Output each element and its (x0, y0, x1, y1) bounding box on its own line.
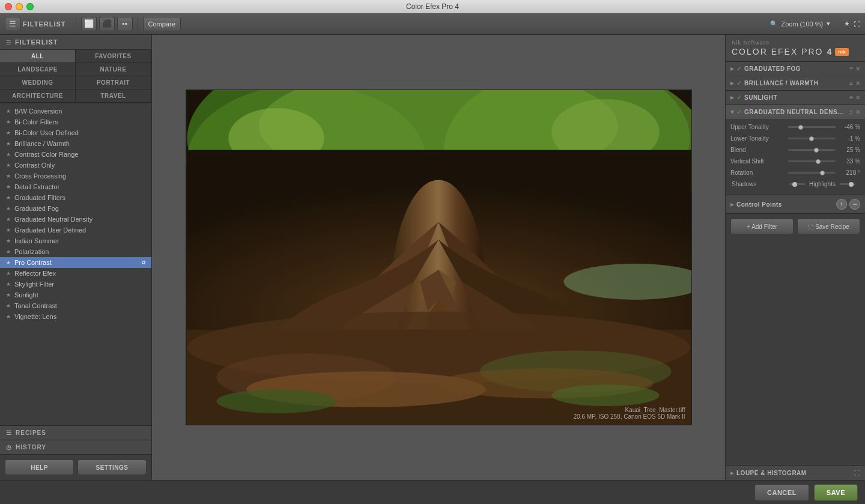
graduated-neutral-header[interactable]: ▶ ✓ GRADUATED NEUTRAL DENS... ≡ ✕ (726, 105, 865, 119)
selected-icon: ⧉ (142, 260, 145, 266)
close-button[interactable] (5, 3, 12, 10)
brilliance-header[interactable]: ▶ ✓ BRILLIANCE / WARMTH ≡ ✕ (726, 76, 865, 90)
filter-detail-extractor[interactable]: ★ Detail Extractor (0, 181, 151, 192)
section-name: GRADUATED NEUTRAL DENS... (744, 109, 847, 115)
image-info: Kauai_Tree_Master.tiff 20.6 MP, ISO 250,… (573, 407, 685, 420)
filter-cross-processing[interactable]: ★ Cross Processing (0, 171, 151, 181)
loupe-header[interactable]: ▶ LOUPE & HISTOGRAM ⛶ (726, 466, 865, 480)
filter-indian-summer[interactable]: ★ Indian Summer (0, 235, 151, 246)
delete-icon[interactable]: ✕ (855, 94, 860, 101)
vertical-shift-slider[interactable] (788, 160, 836, 162)
rotation-slider[interactable] (788, 172, 836, 174)
minimize-button[interactable] (16, 3, 23, 10)
help-button[interactable]: HELP (5, 460, 74, 475)
star-icon: ★ (6, 238, 11, 244)
save-recipe-button[interactable]: ⬚ Save Recipe (797, 219, 860, 234)
star-icon: ★ (6, 184, 11, 190)
control-points-header[interactable]: ▶ Control Points + − (726, 195, 865, 213)
image-container: Kauai_Tree_Master.tiff 20.6 MP, ISO 250,… (186, 90, 692, 425)
filter-contrast-only[interactable]: ★ Contrast Only (0, 160, 151, 171)
filterlist-label: FILTERLIST (23, 20, 66, 28)
filter-tabs: ALL FAVORITES LANDSCAPE NATURE WEDDING P… (0, 50, 151, 103)
reorder-icon[interactable]: ≡ (849, 80, 853, 87)
filter-tonal-contrast[interactable]: ★ Tonal Contrast (0, 300, 151, 311)
filter-bicolor-filters[interactable]: ★ Bi-Color Filters (0, 117, 151, 127)
delete-icon[interactable]: ✕ (855, 109, 860, 115)
add-filter-button[interactable]: + Add Filter (730, 219, 794, 234)
cancel-button[interactable]: CANCEL (754, 484, 809, 501)
photo-canvas: Kauai_Tree_Master.tiff 20.6 MP, ISO 250,… (186, 90, 692, 425)
filter-graduated-fog[interactable]: ★ Graduated Fog (0, 203, 151, 214)
filter-contrast-color[interactable]: ★ Contrast Color Range (0, 149, 151, 160)
photo-svg (186, 90, 691, 425)
filter-pro-contrast[interactable]: ★ Pro Contrast ⧉ (0, 257, 151, 268)
window-controls[interactable] (5, 3, 34, 10)
reorder-icon[interactable]: ≡ (849, 109, 853, 115)
delete-icon[interactable]: ✕ (855, 65, 860, 72)
zoom-label: Zoom (100 %) (781, 20, 823, 28)
recipes-section[interactable]: ☰ RECIPES (0, 426, 151, 440)
filter-graduated-neutral[interactable]: ★ Graduated Neutral Density (0, 214, 151, 225)
filter-polarization[interactable]: ★ Polarization (0, 246, 151, 257)
expand-icon: ▶ (730, 111, 735, 114)
compare-button[interactable]: Compare (143, 17, 181, 31)
history-section[interactable]: ◷ HISTORY (0, 440, 151, 455)
filter-graduated-filters[interactable]: ★ Graduated Filters (0, 192, 151, 203)
tab-landscape[interactable]: LANDSCAPE (0, 63, 76, 76)
upper-tonality-slider[interactable] (788, 126, 836, 128)
graduated-neutral-section: ▶ ✓ GRADUATED NEUTRAL DENS... ≡ ✕ Upper … (726, 105, 865, 195)
filter-reflector[interactable]: ★ Reflector Efex (0, 268, 151, 279)
title-bar: Color Efex Pro 4 (0, 0, 865, 13)
check-icon: ✓ (736, 94, 742, 102)
bottom-bar: CANCEL SAVE (0, 480, 865, 504)
star-icon: ★ (6, 119, 11, 125)
settings-button[interactable]: SETTINGS (77, 460, 147, 475)
filter-skylight[interactable]: ★ Skylight Filter (0, 279, 151, 290)
vertical-shift-value: 33 % (839, 158, 860, 165)
section-name: SUNLIGHT (744, 94, 847, 101)
sunlight-header[interactable]: ▶ ✓ SUNLIGHT ≡ ✕ (726, 91, 865, 105)
remove-point-button[interactable]: − (849, 199, 860, 210)
list-icon: ☰ (6, 430, 12, 436)
side-by-side-button[interactable]: ▪▪ (117, 17, 133, 31)
graduated-fog-header[interactable]: ▶ ✓ GRADUATED FOG ≡ ✕ (726, 62, 865, 76)
zoom-control[interactable]: 🔍 Zoom (100 %) ▾ | ★ ⛶ (770, 20, 860, 28)
save-button[interactable]: SAVE (814, 484, 858, 501)
single-view-button[interactable]: ⬜ (81, 17, 97, 31)
tab-nature[interactable]: NATURE (76, 63, 151, 76)
tab-favorites[interactable]: FAVORITES (76, 50, 151, 63)
filter-sunlight[interactable]: ★ Sunlight (0, 290, 151, 300)
tab-travel[interactable]: TRAVEL (76, 90, 151, 103)
blend-slider[interactable] (788, 149, 836, 151)
fullscreen-icon[interactable]: ⛶ (854, 20, 860, 28)
control-points-label: Control Points (736, 201, 834, 208)
filter-brilliance[interactable]: ★ Brilliance / Warmth (0, 138, 151, 149)
filter-bicolor-user[interactable]: ★ Bi-Color User Defined (0, 127, 151, 138)
filter-bw-conversion[interactable]: ★ B/W Conversion (0, 106, 151, 117)
reorder-icon[interactable]: ≡ (849, 65, 853, 72)
product-name: COLOR EFEX PRO (732, 47, 823, 56)
tab-all[interactable]: ALL (0, 50, 76, 63)
filter-vignette[interactable]: ★ Vignette: Lens (0, 311, 151, 322)
lower-tonality-slider[interactable] (788, 138, 836, 139)
sidebar-header: ☰ FILTERLIST (0, 35, 151, 50)
reorder-icon[interactable]: ≡ (849, 94, 853, 101)
filter-graduated-user[interactable]: ★ Graduated User Defined (0, 225, 151, 235)
add-point-button[interactable]: + (836, 199, 847, 210)
star-icon: ★ (6, 303, 11, 309)
tab-wedding[interactable]: WEDDING (0, 76, 76, 90)
delete-icon[interactable]: ✕ (855, 80, 860, 87)
star-icon: ★ (6, 151, 11, 157)
left-sidebar: ☰ FILTERLIST ALL FAVORITES LANDSCAPE NAT… (0, 35, 152, 480)
split-view-button[interactable]: ⬛ (99, 17, 115, 31)
loupe-maximize-icon[interactable]: ⛶ (854, 470, 860, 476)
maximize-button[interactable] (26, 3, 34, 10)
star-icon: ★ (6, 216, 11, 222)
history-label: HISTORY (16, 444, 46, 451)
nik-header: Nik Software COLOR EFEX PRO 4 nik (726, 35, 865, 62)
tab-architecture[interactable]: ARCHITECTURE (0, 90, 76, 103)
toggle-sidebar-button[interactable]: ☰ (5, 17, 20, 31)
rotation-value: 218 ° (839, 169, 860, 176)
star-icon: ★ (6, 130, 11, 136)
tab-portrait[interactable]: PORTRAIT (76, 76, 151, 90)
